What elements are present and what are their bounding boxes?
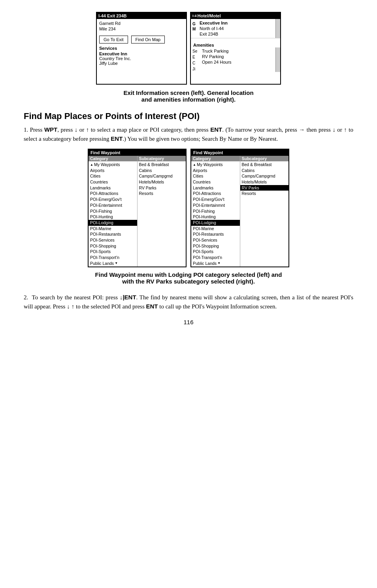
right-screen-location-body: G M Executive Inn North of I-44 Exit 234… — [191, 19, 280, 38]
left-screen-body: Garnett Rd Mile 234 — [97, 19, 186, 33]
wp-left-item-10: POI-Lodging — [89, 220, 137, 226]
left-exit-screen: I-44 Exit 234B Garnett Rd Mile 234 Go To… — [96, 12, 187, 85]
right-exit-screen: I-4 Hotel/Motel G M Executive Inn North … — [190, 12, 281, 85]
wp-right-body: Category ▲My Waypoints Airports Cities C… — [191, 156, 288, 267]
wp-right-panel: Find Waypoint Category ▲My Waypoints Air… — [190, 149, 289, 267]
wp-left-item-11: POI-Marine — [89, 226, 137, 232]
wp-left-sub-5: Resorts — [138, 191, 186, 197]
wp-right-item-17: Public Lands▼ — [191, 261, 240, 267]
wp-left-item-7: POI-Entertainmnt — [89, 202, 137, 208]
location-line-1: Executive Inn — [200, 20, 274, 26]
section-heading: Find Map Places or Points of Interest (P… — [24, 111, 353, 121]
caption-top-line2: and amenities information (right). — [24, 96, 353, 103]
caption-bottom: Find Waypoint menu with Lodging POI cate… — [24, 271, 353, 285]
left-screen-line-1: Garnett Rd — [99, 21, 184, 26]
wp-left-col1: Category ▲My Waypoints Airports Cities C… — [89, 156, 138, 267]
wp-left-item-9: POI-Hunting — [89, 214, 137, 220]
amenity-icon-1: Se — [192, 48, 200, 54]
wp-right-item-6: POI-Emerg/Gov't — [191, 197, 240, 202]
wp-left-item-14: POI-Shopping — [89, 243, 137, 249]
wp-right-sub-5: Resorts — [240, 191, 289, 197]
service-item-2: Country Tire Inc. — [99, 56, 184, 61]
page-number: 116 — [24, 319, 353, 325]
right-screen-subtitle: Hotel/Motel — [198, 13, 221, 18]
wp-right-item-15: POI-Sports — [191, 249, 240, 255]
wp-left-title: Find Waypoint — [89, 149, 186, 156]
wp-left-item-8: POI-Fishing — [89, 208, 137, 214]
right-icon-m: M — [191, 26, 198, 32]
wp-right-sub-3: Hotels/Motels — [240, 179, 289, 185]
wp-left-item-0: ▲My Waypoints — [89, 162, 137, 168]
wp-left-item-17: Public Lands▼ — [89, 261, 137, 267]
wp-left-item-13: POI-Services — [89, 237, 137, 243]
wp-left-item-15: POI-Sports — [89, 249, 137, 255]
right-amenities-label: Amenities — [191, 42, 280, 47]
wp-left-sub-2: Camps/Campgrnd — [138, 173, 186, 179]
wp-right-item-16: POI-Transport'n — [191, 255, 240, 261]
amenity-item-3: Open 24 Hours — [202, 59, 273, 65]
wp-left-item-16: POI-Transport'n — [89, 255, 137, 261]
wp-right-col1-header: Category — [191, 156, 240, 161]
caption-bottom-line1: Find Waypoint menu with Lodging POI cate… — [24, 271, 353, 278]
wp-left-panel: Find Waypoint Category ▲My Waypoints Air… — [88, 149, 187, 267]
wp-left-sub-0: Bed & Breakfast — [138, 162, 186, 168]
waypoint-panels-row: Find Waypoint Category ▲My Waypoints Air… — [24, 149, 353, 267]
amenity-item-1: Truck Parking — [202, 48, 273, 54]
left-screen-buttons: Go To Exit Find On Map — [97, 33, 186, 45]
right-icon-g: G — [191, 20, 198, 26]
wp-left-col1-header: Category — [89, 156, 137, 161]
wp-left-sub-4: RV Parks — [138, 185, 186, 191]
wp-left-item-3: Countries — [89, 179, 137, 185]
wp-right-item-14: POI-Shopping — [191, 243, 240, 249]
wp-right-item-8: POI-Fishing — [191, 208, 240, 214]
wp-right-col1: Category ▲My Waypoints Airports Cities C… — [191, 156, 240, 267]
go-to-exit-button[interactable]: Go To Exit — [99, 36, 128, 43]
wp-right-col2-header: Subcategory — [240, 156, 289, 161]
right-screen-title-bar: I-4 Hotel/Motel — [191, 13, 280, 19]
wp-right-item-11: POI-Marine — [191, 226, 240, 232]
body-text-2: 2. To search by the nearest POI: press ↓… — [24, 293, 353, 311]
location-line-3: Exit 234B — [200, 31, 274, 37]
caption-top: Exit Information screen (left). General … — [24, 89, 353, 103]
right-screen-scrollbar — [275, 19, 280, 38]
caption-bottom-line2: with the RV Parks subcategory selected (… — [24, 278, 353, 285]
amenity-icon-4: Ji — [192, 66, 200, 72]
left-screen-title-bar: I-44 Exit 234B — [97, 13, 186, 19]
wp-left-sub-3: Hotels/Motels — [138, 179, 186, 185]
wp-right-item-13: POI-Services — [191, 237, 240, 243]
right-screen-icons: G M — [191, 19, 198, 38]
wp-left-col2: Subcategory Bed & Breakfast Cabins Camps… — [138, 156, 186, 267]
wp-left-col1-items: ▲My Waypoints Airports Cities Countries … — [89, 161, 137, 267]
wp-left-item-6: POI-Emerg/Gov't — [89, 197, 137, 202]
wp-left-col2-header: Subcategory — [138, 156, 186, 161]
amenity-icon-2: E — [192, 54, 200, 60]
scroll-down-arrow: ▼ — [115, 261, 118, 265]
wp-right-col2: Subcategory Bed & Breakfast Cabins Camps… — [240, 156, 289, 267]
caption-top-line1: Exit Information screen (left). General … — [24, 89, 353, 96]
wp-right-col1-items: ▲My Waypoints Airports Cities Countries … — [191, 161, 240, 267]
wp-right-item-12: POI-Restaurants — [191, 231, 240, 237]
wp-right-item-5: POI-Attractions — [191, 191, 240, 197]
wp-right-item-9: POI-Hunting — [191, 214, 240, 220]
right-amenities-icons: Se E C Ji — [191, 47, 200, 72]
wp-left-item-4: Landmarks — [89, 185, 137, 191]
wp-right-item-1: Airports — [191, 168, 240, 174]
right-amenities-body: Se E C Ji Truck Parking RV Parking Open … — [191, 47, 280, 72]
wp-left-sub-1: Cabins — [138, 168, 186, 174]
wp-left-item-12: POI-Restaurants — [89, 231, 137, 237]
wp-left-item-1: Airports — [89, 168, 137, 174]
right-amenities-scrollbar — [275, 47, 280, 72]
scroll-down-arrow-r: ▼ — [217, 261, 221, 265]
location-line-2: North of I-44 — [200, 26, 274, 31]
wp-right-sub-1: Cabins — [240, 168, 289, 174]
wp-right-sub-0: Bed & Breakfast — [240, 162, 289, 168]
find-on-map-button[interactable]: Find On Map — [131, 36, 165, 43]
wp-left-item-2: Cities — [89, 173, 137, 179]
amenity-icon-3: C — [192, 60, 200, 66]
wp-right-sub-4: RV Parks — [240, 185, 289, 191]
wp-left-col2-items: Bed & Breakfast Cabins Camps/Campgrnd Ho… — [138, 161, 186, 197]
wp-left-item-5: POI-Attractions — [89, 191, 137, 197]
left-services-list: Executive Inn Country Tire Inc. Jiffy Lu… — [97, 51, 186, 68]
right-screen-title-prefix: I-4 — [192, 14, 197, 18]
top-screens-row: I-44 Exit 234B Garnett Rd Mile 234 Go To… — [24, 12, 353, 85]
